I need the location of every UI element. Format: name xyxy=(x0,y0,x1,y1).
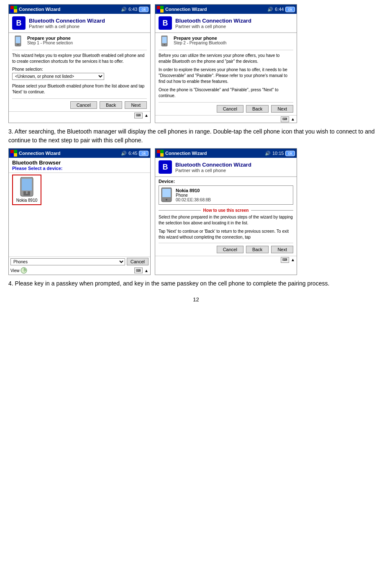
chevron-up-3: ▲ xyxy=(144,268,149,273)
window-3: Connection Wizard 🔊 6:45 ok Bluetooth Br… xyxy=(8,148,151,275)
description-1: 3. After searching, the Bluetooth manage… xyxy=(8,127,384,145)
win1-step-title: Prepare your phone xyxy=(27,36,73,41)
svg-point-17 xyxy=(164,44,165,45)
phone-icon-1 xyxy=(12,36,24,47)
win3-device-item[interactable]: Nokia 8910 xyxy=(12,175,41,205)
win4-header: B Bluetooth Connection Wizard Partner wi… xyxy=(155,158,297,177)
win3-view-bar: View ↻ ⌨ ▲ xyxy=(9,266,150,275)
svg-rect-2 xyxy=(10,9,14,13)
page-number: 12 xyxy=(8,296,384,303)
win2-back-button[interactable]: Back xyxy=(246,105,269,113)
win2-ok-button[interactable]: ok xyxy=(285,7,295,12)
screenshot-row-2: Connection Wizard 🔊 6:45 ok Bluetooth Br… xyxy=(8,148,384,275)
step-separator-2 xyxy=(159,50,293,50)
chevron-up-1: ▲ xyxy=(144,113,149,118)
win3-time: 6:45 xyxy=(128,151,137,156)
keyboard-icon-2[interactable]: ⌨ xyxy=(281,116,289,122)
win3-view-btn[interactable]: View ↻ xyxy=(10,267,27,274)
page-container: Connection Wizard 🔊 6:43 ok B Bluetooth … xyxy=(0,0,392,307)
win2-body1: Before you can utilize the services your… xyxy=(159,53,293,64)
win4-device-type: Phone xyxy=(176,193,211,198)
win3-browser-header: Bluetooth Browser Please Select a device… xyxy=(9,158,150,173)
win2-step-title: Prepare your phone xyxy=(174,36,226,41)
svg-text:B: B xyxy=(16,19,22,27)
svg-rect-16 xyxy=(162,37,167,43)
win2-title: Connection Wizard xyxy=(165,7,207,12)
step-separator-1 xyxy=(12,50,147,50)
win4-device-section: Device: Nokia 8910 Phone 00:02:EE:38:68:… xyxy=(155,177,297,206)
svg-rect-19 xyxy=(14,150,17,153)
svg-rect-0 xyxy=(10,6,14,9)
win4-header-title: Bluetooth Connection Wizard xyxy=(175,162,251,168)
win2-speaker: 🔊 xyxy=(267,7,273,12)
win2-step-sub: Step 2 - Preparing Bluetooth xyxy=(174,41,226,45)
win1-time: 6:43 xyxy=(128,7,137,12)
win1-cancel-button[interactable]: Cancel xyxy=(70,101,97,109)
keyboard-icon-1[interactable]: ⌨ xyxy=(134,113,143,118)
win2-next-button[interactable]: Next xyxy=(271,105,293,113)
win2-cancel-button[interactable]: Cancel xyxy=(217,105,243,113)
svg-text:B: B xyxy=(163,163,168,171)
svg-rect-12 xyxy=(160,9,164,13)
win3-title: Connection Wizard xyxy=(19,151,61,156)
keyboard-icon-4[interactable]: ⌨ xyxy=(281,257,289,263)
win3-cancel-button[interactable]: Cancel xyxy=(127,258,149,265)
win1-body-text-2: Please select your Bluetooth enabled pho… xyxy=(12,83,147,95)
chevron-up-2: ▲ xyxy=(291,117,295,121)
win1-body: Prepare your phone Step 1 - Phone select… xyxy=(9,33,150,111)
chevron-up-4: ▲ xyxy=(291,257,295,262)
win3-ok-button[interactable]: ok xyxy=(139,151,149,156)
win4-how-to-label: How to use this screen xyxy=(203,208,249,213)
win1-next-button[interactable]: Next xyxy=(125,101,147,109)
win4-how-to-text2: Tap 'Next' to continue or 'Back' to retu… xyxy=(155,229,297,240)
win4-ok-button[interactable]: ok xyxy=(285,151,295,156)
svg-rect-25 xyxy=(28,191,30,194)
titlebar-3: Connection Wizard 🔊 6:45 ok xyxy=(9,149,150,158)
win4-device-info-box: Nokia 8910 Phone 00:02:EE:38:68:8B xyxy=(159,185,293,205)
win4-next-button[interactable]: Next xyxy=(271,246,293,253)
win2-button-row: Cancel Back Next xyxy=(159,102,293,113)
win1-step-sub: Step 1 - Phone selection xyxy=(27,41,73,45)
keyboard-icon-3[interactable]: ⌨ xyxy=(134,267,143,273)
win1-title: Connection Wizard xyxy=(19,7,61,12)
win1-body-text: This wizard helps you to explore your Bl… xyxy=(12,53,147,64)
win3-select-label: Please Select a device: xyxy=(12,166,147,171)
win2-body2: In order to explore the services your ph… xyxy=(159,67,293,85)
win2-body: Prepare your phone Step 2 - Preparing Bl… xyxy=(155,33,297,115)
win2-header-sub: Partner with a cell phone xyxy=(175,24,251,29)
xp-flag-icon-3 xyxy=(10,150,17,157)
win3-view-label: View xyxy=(10,268,20,273)
win2-time: 6:44 xyxy=(275,7,284,12)
win1-header-sub: Partner with a cell phone xyxy=(29,24,105,29)
svg-rect-23 xyxy=(22,179,32,190)
win4-device-mac: 00:02:EE:38:68:8B xyxy=(176,198,211,202)
window-2: Connection Wizard 🔊 6:44 ok B Bluetooth … xyxy=(155,4,297,123)
svg-rect-30 xyxy=(160,150,164,153)
win4-cancel-button[interactable]: Cancel xyxy=(217,246,243,253)
svg-point-8 xyxy=(18,44,19,45)
win1-back-button[interactable]: Back xyxy=(100,101,122,109)
win1-phone-select-label: Phone selection: xyxy=(12,67,147,72)
win2-header-title: Bluetooth Connection Wizard xyxy=(175,18,251,24)
svg-rect-10 xyxy=(160,6,164,9)
win1-phone-dropdown[interactable]: <Unknown, or phone not listed> xyxy=(12,73,104,80)
win3-phones-select[interactable]: Phones xyxy=(10,258,125,265)
win4-back-button[interactable]: Back xyxy=(246,246,269,253)
xp-flag-icon xyxy=(10,6,17,13)
win4-title: Connection Wizard xyxy=(165,151,207,156)
svg-rect-21 xyxy=(14,153,17,157)
nokia-phone-icon xyxy=(18,177,35,198)
win4-how-to-text1: Select the phone prepared in the previou… xyxy=(155,214,297,226)
window-4: Connection Wizard 🔊 10:15 ok B Bluetooth… xyxy=(155,148,297,275)
svg-rect-11 xyxy=(157,9,160,13)
win4-time: 10:15 xyxy=(272,151,284,156)
svg-rect-32 xyxy=(160,153,164,157)
description-2: 4. Please key in a passkey when prompted… xyxy=(8,279,384,288)
bluetooth-icon-1: B xyxy=(12,16,26,30)
bluetooth-icon-2: B xyxy=(159,16,172,30)
xp-flag-icon-2 xyxy=(157,6,164,13)
svg-rect-9 xyxy=(157,6,160,9)
win1-ok-button[interactable]: ok xyxy=(139,7,149,12)
screenshot-row-1: Connection Wizard 🔊 6:43 ok B Bluetooth … xyxy=(8,4,384,123)
bluetooth-icon-4: B xyxy=(159,160,172,174)
